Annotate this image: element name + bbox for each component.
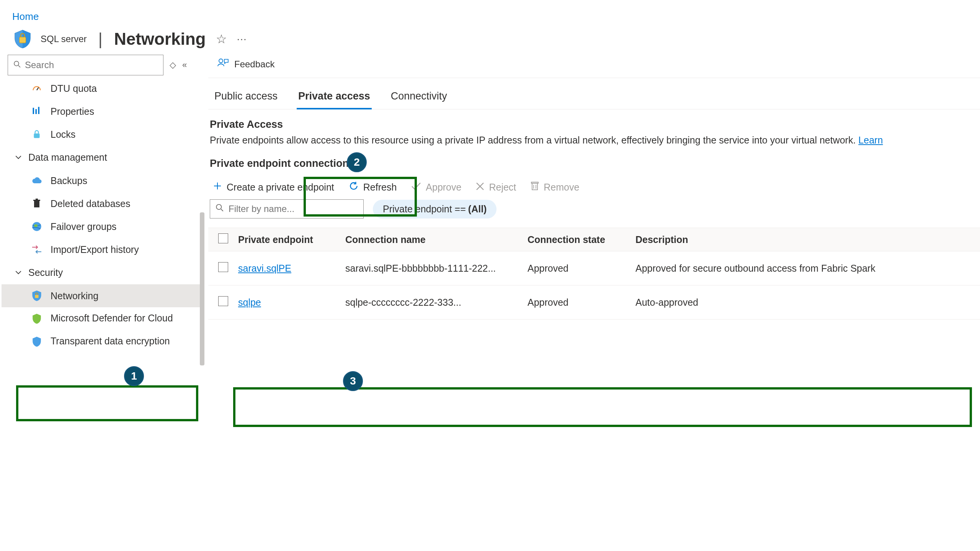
sidebar-item-locks[interactable]: Locks bbox=[2, 123, 204, 146]
column-header-description[interactable]: Description bbox=[632, 228, 980, 251]
action-label: Remove bbox=[544, 182, 579, 193]
svg-rect-7 bbox=[34, 134, 39, 138]
column-header-connection-name[interactable]: Connection name bbox=[342, 228, 524, 251]
svg-rect-13 bbox=[35, 295, 38, 298]
gauge-icon bbox=[31, 82, 43, 95]
sidebar-item-deleted-databases[interactable]: Deleted databases bbox=[2, 192, 204, 215]
sidebar-item-label: Import/Export history bbox=[51, 244, 139, 255]
row-checkbox[interactable] bbox=[218, 262, 228, 272]
sidebar-item-failover-groups[interactable]: Failover groups bbox=[2, 215, 204, 238]
import-export-icon bbox=[31, 243, 43, 256]
breadcrumb: Home bbox=[0, 0, 980, 23]
private-access-description: Private endpoints allow access to this r… bbox=[210, 134, 980, 147]
sidebar-item-label: Microsoft Defender for Cloud bbox=[51, 313, 173, 324]
column-header-private-endpoint[interactable]: Private endpoint bbox=[235, 228, 342, 251]
filter-by-name-box[interactable] bbox=[210, 199, 364, 218]
select-all-checkbox[interactable] bbox=[218, 233, 228, 243]
sidebar-item-properties[interactable]: Properties bbox=[2, 100, 204, 123]
svg-rect-19 bbox=[532, 183, 537, 190]
filter-by-name-input[interactable] bbox=[229, 204, 358, 214]
table-row[interactable]: saravi.sqlPE saravi.sqlPE-bbbbbbbb-1111-… bbox=[208, 251, 980, 285]
sidebar-item-tde[interactable]: Transparent data encryption bbox=[2, 330, 204, 353]
column-header-connection-state[interactable]: Connection state bbox=[524, 228, 632, 251]
sidebar-item-label: Failover groups bbox=[51, 221, 116, 232]
sidebar-section-data-management[interactable]: Data management bbox=[2, 146, 204, 169]
feedback-icon bbox=[217, 58, 229, 71]
reject-button[interactable]: Reject bbox=[476, 182, 516, 193]
svg-rect-0 bbox=[20, 37, 26, 43]
learn-more-link[interactable]: Learn bbox=[858, 135, 883, 145]
page-header: SQL server | Networking ☆ ··· bbox=[0, 23, 980, 52]
approve-button[interactable]: Approve bbox=[411, 182, 461, 193]
svg-line-24 bbox=[221, 209, 223, 211]
svg-rect-6 bbox=[38, 107, 40, 114]
sidebar-item-label: Backups bbox=[51, 175, 87, 186]
chevron-down-icon bbox=[15, 267, 22, 278]
sidebar-section-label: Data management bbox=[28, 152, 107, 163]
sidebar-item-label: Properties bbox=[51, 106, 94, 117]
lock-icon bbox=[31, 128, 43, 140]
annotation-badge-1: 1 bbox=[124, 366, 144, 386]
chevron-down-icon bbox=[15, 152, 22, 163]
check-icon bbox=[411, 182, 421, 193]
sidebar-search-box[interactable] bbox=[8, 55, 163, 75]
private-access-heading: Private Access bbox=[210, 119, 980, 130]
resource-type-label: SQL server bbox=[41, 34, 87, 44]
remove-button[interactable]: Remove bbox=[531, 181, 579, 193]
pill-prefix: Private endpoint == bbox=[383, 204, 466, 215]
annotation-box-3 bbox=[233, 387, 972, 427]
tabs: Public access Private access Connectivit… bbox=[208, 78, 980, 109]
plus-icon bbox=[213, 181, 222, 193]
search-icon bbox=[13, 60, 21, 70]
sidebar-item-backups[interactable]: Backups bbox=[2, 169, 204, 192]
cell-connection-name: sqlpe-cccccccc-2222-333... bbox=[342, 285, 524, 320]
filter-pill-private-endpoint[interactable]: Private endpoint == (All) bbox=[373, 200, 497, 218]
sidebar-section-security[interactable]: Security bbox=[2, 261, 204, 284]
tab-connectivity[interactable]: Connectivity bbox=[386, 83, 452, 109]
private-endpoint-link[interactable]: saravi.sqlPE bbox=[238, 263, 291, 274]
shield-lock-icon bbox=[31, 290, 43, 302]
svg-rect-9 bbox=[33, 200, 40, 201]
private-endpoint-link[interactable]: sqlpe bbox=[238, 297, 261, 308]
more-menu-icon[interactable]: ··· bbox=[237, 33, 247, 45]
action-label: Refresh bbox=[363, 182, 397, 193]
feedback-button[interactable]: Feedback bbox=[234, 59, 274, 70]
favorite-star-icon[interactable]: ☆ bbox=[216, 32, 227, 46]
svg-rect-10 bbox=[36, 199, 38, 200]
page-title: Networking bbox=[114, 29, 206, 49]
defender-shield-icon bbox=[31, 313, 43, 325]
action-label: Create a private endpoint bbox=[227, 182, 334, 193]
sidebar-item-dtu-quota[interactable]: DTU quota bbox=[2, 80, 204, 100]
tab-private-access[interactable]: Private access bbox=[294, 83, 375, 109]
svg-rect-4 bbox=[33, 108, 34, 114]
tab-public-access[interactable]: Public access bbox=[210, 83, 282, 109]
sidebar-item-networking[interactable]: Networking bbox=[2, 284, 204, 307]
properties-icon bbox=[31, 105, 43, 117]
cell-connection-state: Approved bbox=[524, 285, 632, 320]
private-endpoint-table: Private endpoint Connection name Connect… bbox=[208, 228, 980, 320]
svg-point-1 bbox=[14, 61, 19, 66]
sidebar-item-import-export-history[interactable]: Import/Export history bbox=[2, 238, 204, 261]
annotation-box-1 bbox=[16, 385, 198, 421]
pill-value: (All) bbox=[468, 204, 487, 215]
table-row[interactable]: sqlpe sqlpe-cccccccc-2222-333... Approve… bbox=[208, 285, 980, 320]
svg-rect-20 bbox=[531, 182, 538, 183]
sidebar-search-input[interactable] bbox=[25, 60, 158, 70]
action-bar: Create a private endpoint Refresh Approv… bbox=[208, 176, 980, 199]
action-label: Approve bbox=[426, 182, 461, 193]
sidebar-section-label: Security bbox=[28, 267, 63, 278]
sidebar-nav: DTU quota Properties Locks bbox=[0, 80, 204, 353]
expand-icon[interactable]: ◇ bbox=[170, 60, 176, 70]
annotation-badge-3: 3 bbox=[343, 371, 363, 391]
create-private-endpoint-button[interactable]: Create a private endpoint bbox=[213, 181, 334, 193]
table-header-row: Private endpoint Connection name Connect… bbox=[208, 228, 980, 251]
svg-rect-8 bbox=[34, 201, 39, 207]
sidebar-item-defender[interactable]: Microsoft Defender for Cloud bbox=[2, 307, 204, 330]
refresh-button[interactable]: Refresh bbox=[349, 181, 397, 193]
row-checkbox[interactable] bbox=[218, 296, 228, 306]
breadcrumb-home-link[interactable]: Home bbox=[12, 11, 39, 22]
svg-point-23 bbox=[216, 204, 221, 209]
collapse-sidebar-icon[interactable]: « bbox=[182, 60, 187, 70]
trash-icon bbox=[31, 197, 43, 210]
svg-point-12 bbox=[34, 224, 38, 227]
